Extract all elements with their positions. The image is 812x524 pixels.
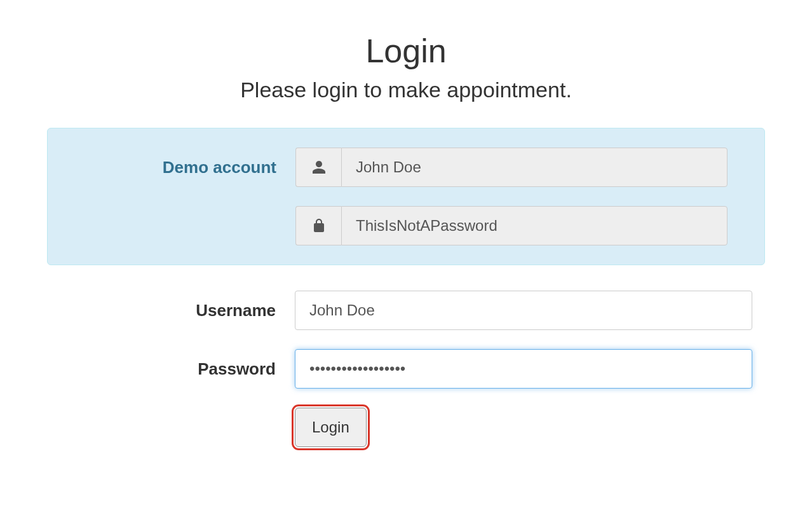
demo-username-group [295, 148, 727, 187]
demo-username-row: Demo account [67, 148, 745, 187]
demo-password-row [67, 206, 745, 245]
username-row: Username [47, 291, 765, 330]
demo-account-label: Demo account [67, 158, 295, 177]
login-container: Login Please login to make appointment. … [47, 32, 765, 447]
demo-password-field [341, 206, 727, 245]
login-button[interactable]: Login [295, 408, 367, 447]
page-title: Login [47, 32, 765, 70]
login-header: Login Please login to make appointment. [47, 32, 765, 102]
button-row: Login [47, 408, 765, 447]
demo-username-field [341, 148, 727, 187]
page-subtitle: Please login to make appointment. [47, 78, 765, 102]
password-row: Password [47, 349, 765, 389]
user-icon [295, 148, 341, 187]
demo-account-panel: Demo account [47, 128, 765, 265]
password-input[interactable] [295, 349, 752, 389]
demo-password-group [295, 206, 727, 245]
lock-icon [295, 206, 341, 245]
username-label: Username [47, 301, 295, 321]
password-label: Password [47, 359, 295, 379]
button-offset [47, 408, 295, 447]
username-input[interactable] [295, 291, 752, 330]
